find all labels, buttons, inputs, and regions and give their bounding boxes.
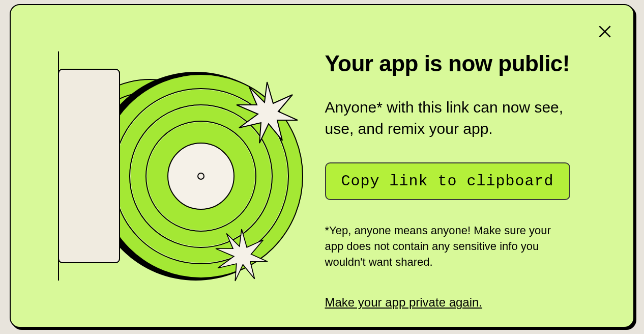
illustration-area [11,5,310,327]
public-app-modal: Your app is now public! Anyone* with thi… [10,4,634,328]
disclaimer-text: *Yep, anyone means anyone! Make sure you… [325,223,569,270]
close-icon [597,23,613,40]
svg-point-16 [168,143,234,209]
vinyl-record-illustration [43,44,308,288]
modal-subtitle: Anyone* with this link can now see, use,… [325,97,588,140]
modal-title: Your app is now public! [325,51,588,76]
close-button[interactable] [595,21,615,42]
copy-link-button[interactable]: Copy link to clipboard [325,162,570,200]
make-private-link[interactable]: Make your app private again. [325,295,483,310]
svg-rect-18 [58,69,120,263]
content-area: Your app is now public! Anyone* with thi… [310,5,633,327]
